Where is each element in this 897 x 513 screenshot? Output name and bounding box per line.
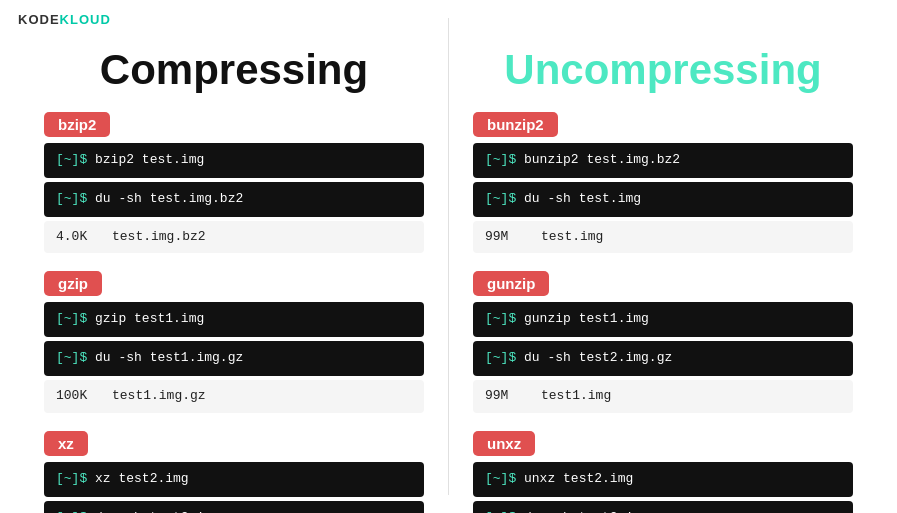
bzip2-label: bzip2 [44, 112, 110, 137]
bzip2-cmd1-block: [~]$ bzip2 test.img [44, 143, 424, 178]
xz-cmd1-block: [~]$ xz test2.img [44, 462, 424, 497]
gunzip-section: gunzip [~]$ gunzip test1.img [~]$ du -sh… [473, 271, 853, 412]
compress-column: Compressing bzip2 [~]$ bzip2 test.img [~… [30, 18, 438, 495]
bunzip2-section: bunzip2 [~]$ bunzip2 test.img.bz2 [~]$ d… [473, 112, 853, 253]
gzip-section: gzip [~]$ gzip test1.img [~]$ du -sh tes… [44, 271, 424, 412]
bzip2-section: bzip2 [~]$ bzip2 test.img [~]$ du -sh te… [44, 112, 424, 253]
unxz-cmd1: [~]$ unxz test2.img [485, 469, 841, 490]
logo: KODEKLOUD [18, 12, 111, 27]
bunzip2-output: 99Mtest.img [473, 221, 853, 254]
gunzip-cmd2-block: [~]$ du -sh test2.img.gz [473, 341, 853, 376]
gzip-label: gzip [44, 271, 102, 296]
column-divider [448, 18, 449, 495]
unxz-section: unxz [~]$ unxz test2.img [~]$ du -sh tes… [473, 431, 853, 513]
bzip2-cmd1: [~]$ bzip2 test.img [56, 150, 412, 171]
gzip-cmd1: [~]$ gzip test1.img [56, 309, 412, 330]
gunzip-cmd1: [~]$ gunzip test1.img [485, 309, 841, 330]
gunzip-cmd2: [~]$ du -sh test2.img.gz [485, 348, 841, 369]
gunzip-cmd1-block: [~]$ gunzip test1.img [473, 302, 853, 337]
uncompress-title: Uncompressing [504, 46, 821, 94]
unxz-cmd2-block: [~]$ du -sh test2.img.xz [473, 501, 853, 513]
bunzip2-cmd1: [~]$ bunzip2 test.img.bz2 [485, 150, 841, 171]
gzip-cmd1-block: [~]$ gzip test1.img [44, 302, 424, 337]
xz-cmd2-block: [~]$ du -sh test2.img.xz [44, 501, 424, 513]
uncompress-column: Uncompressing bunzip2 [~]$ bunzip2 test.… [459, 18, 867, 495]
bunzip2-label: bunzip2 [473, 112, 558, 137]
xz-cmd1: [~]$ xz test2.img [56, 469, 412, 490]
bunzip2-cmd1-block: [~]$ bunzip2 test.img.bz2 [473, 143, 853, 178]
xz-label: xz [44, 431, 88, 456]
xz-cmd2: [~]$ du -sh test2.img.xz [56, 508, 412, 513]
gunzip-output: 99Mtest1.img [473, 380, 853, 413]
bzip2-output: 4.0Ktest.img.bz2 [44, 221, 424, 254]
gzip-cmd2: [~]$ du -sh test1.img.gz [56, 348, 412, 369]
bunzip2-cmd2-block: [~]$ du -sh test.img [473, 182, 853, 217]
unxz-cmd1-block: [~]$ unxz test2.img [473, 462, 853, 497]
unxz-label: unxz [473, 431, 535, 456]
compress-title: Compressing [100, 46, 368, 94]
gzip-output: 100Ktest1.img.gz [44, 380, 424, 413]
gunzip-label: gunzip [473, 271, 549, 296]
bzip2-cmd2-block: [~]$ du -sh test.img.bz2 [44, 182, 424, 217]
bunzip2-cmd2: [~]$ du -sh test.img [485, 189, 841, 210]
xz-section: xz [~]$ xz test2.img [~]$ du -sh test2.i… [44, 431, 424, 513]
unxz-cmd2: [~]$ du -sh test2.img.xz [485, 508, 841, 513]
bzip2-cmd2: [~]$ du -sh test.img.bz2 [56, 189, 412, 210]
gzip-cmd2-block: [~]$ du -sh test1.img.gz [44, 341, 424, 376]
